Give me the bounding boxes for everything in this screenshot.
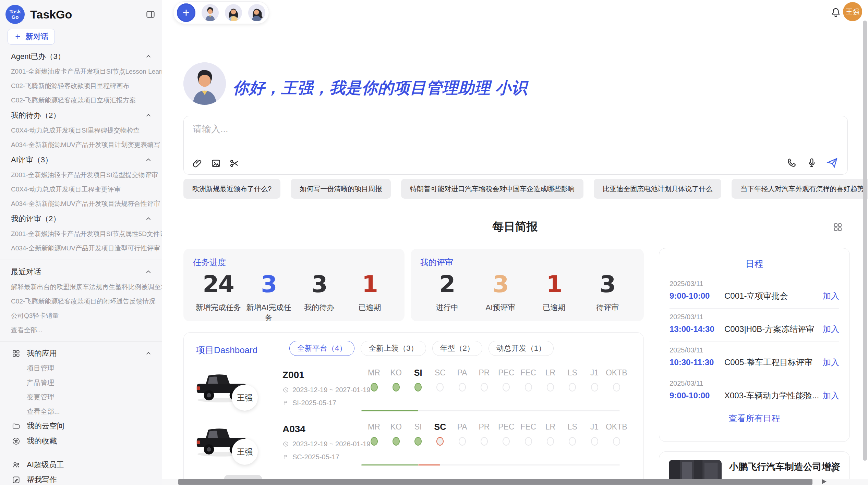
suggestion-chip[interactable]: 欧洲新规最近颁布了什么?: [183, 179, 280, 199]
chevron-up-icon[interactable]: [145, 215, 152, 223]
event-join-link[interactable]: 加入: [823, 290, 839, 301]
project-filter-tab[interactable]: 全新平台（4）: [289, 341, 354, 356]
milestone-dot: [569, 437, 576, 446]
app-sub-item[interactable]: 变更管理: [0, 390, 162, 404]
sidebar-task-item[interactable]: C02-飞腾新能源轻客改款项目里程碑画布: [0, 79, 162, 93]
add-agent-button[interactable]: [177, 3, 195, 22]
milestone-OKTB[interactable]: OKTB: [602, 367, 631, 391]
vertical-scrollbar-thumb[interactable]: [863, 21, 867, 461]
sidebar-tool-write[interactable]: 帮我写作: [0, 472, 162, 485]
sidebar-task-item[interactable]: C02-飞腾新能源轻客改款项目立项汇报方案: [0, 93, 162, 108]
sidebar-task-item[interactable]: A034-全新新能源MUV产品开发项目造型可行性评审: [0, 241, 162, 256]
scroll-right-arrow-icon[interactable]: [822, 479, 827, 484]
chevron-up-icon[interactable]: [145, 268, 152, 276]
paperclip-icon[interactable]: [192, 158, 203, 169]
project-row-A034[interactable]: 王强A0342023-12-19 ~ 2026-01-19SC-2025-05-…: [184, 421, 643, 475]
schedule-event: 2025/03/1113:00-14:30C003|H0B-方案冻结评审加入: [670, 309, 839, 342]
sidebar-section-header-2[interactable]: AI评审（3）: [0, 152, 162, 168]
sidebar-task-item[interactable]: Z001-全新燃油轻卡产品开发项目SI节点属性5D文件评审: [0, 227, 162, 241]
agent-avatar[interactable]: [248, 4, 265, 21]
sidebar-section-header-1[interactable]: 我的待办（2）: [0, 108, 162, 123]
app-sub-item[interactable]: 项目管理: [0, 361, 162, 375]
stat-label: 已逾期: [527, 302, 581, 313]
recent-chats-header[interactable]: 最近对话: [0, 264, 162, 280]
project-filter-tab[interactable]: 动总开发（1）: [489, 341, 554, 356]
sidebar-task-item[interactable]: C0X4-动力总成开发项目SI里程碑提交物检查: [0, 123, 162, 138]
sidebar-item-cloud-folder[interactable]: 我的云空间: [0, 419, 162, 434]
recent-view-all-link[interactable]: 查看全部...: [0, 323, 162, 337]
send-icon[interactable]: [826, 157, 839, 169]
sidebar-task-item[interactable]: A034-全新新能源MUV产品开发项目计划变更表编写: [0, 138, 162, 152]
horizontal-scrollbar-thumb[interactable]: [178, 479, 812, 485]
chat-input[interactable]: [193, 123, 707, 144]
suggestion-chip[interactable]: 特朗普可能对进口汽车增税会对中国车企造成哪些影响: [401, 179, 583, 199]
microphone-icon[interactable]: [806, 157, 817, 168]
event-name: C005-整车工程目标评审: [724, 357, 823, 368]
chevron-up-icon[interactable]: [145, 53, 152, 60]
sidebar-task-item[interactable]: Z001-全新燃油皮卡产品开发项目SI节点Lesson Learn报告: [0, 64, 162, 79]
notification-bell-icon[interactable]: [830, 7, 842, 18]
milestone-dot: [436, 437, 444, 446]
recent-chat-item[interactable]: C02-飞腾新能源轻客改款项目的闭环通告反馈情况: [0, 294, 162, 309]
clock-icon: [282, 387, 289, 393]
chevron-up-icon[interactable]: [145, 112, 152, 119]
scissors-icon[interactable]: [229, 158, 240, 169]
event-join-link[interactable]: 加入: [823, 324, 839, 335]
stat-value: 1: [527, 271, 581, 298]
image-icon[interactable]: [210, 158, 221, 169]
view-all-schedule-link[interactable]: 查看所有日程: [659, 413, 849, 424]
stat-item: 3我的待办: [294, 271, 345, 323]
project-date-range: 2023-12-19 ~ 2026-01-19: [292, 440, 370, 448]
section-title: AI评审（3）: [11, 155, 52, 165]
sidebar-item-star-badge[interactable]: 我的收藏: [0, 434, 162, 449]
sidebar-task-item[interactable]: A034-全新新能源MUV产品开发项目法规符合性评审: [0, 197, 162, 211]
milestone-dot: [481, 437, 488, 446]
phone-icon[interactable]: [786, 157, 797, 168]
sidebar-section-header-3[interactable]: 我的评审（2）: [0, 211, 162, 227]
stat-item: 1已逾期: [345, 271, 395, 323]
section-title: Agent已办（3）: [11, 51, 65, 62]
agent-avatar[interactable]: [202, 4, 219, 21]
milestone-label: OKTB: [602, 367, 631, 378]
milestone-dot: [371, 437, 378, 446]
chevron-up-icon[interactable]: [145, 156, 152, 164]
section-title: 我的待办（2）: [11, 110, 60, 121]
milestone-OKTB[interactable]: OKTB: [602, 421, 631, 446]
event-join-link[interactable]: 加入: [823, 357, 839, 368]
app-title: TaskGo: [30, 8, 145, 21]
my-apps-label: 我的应用: [27, 348, 57, 359]
recent-chat-item[interactable]: 公司Q3轻卡销量: [0, 309, 162, 323]
suggestion-chip[interactable]: 当下年轻人对汽车外观有怎样的喜好趋势: [732, 179, 868, 199]
stat-value: 3: [243, 271, 294, 298]
sidebar-section-header-0[interactable]: Agent已办（3）: [0, 49, 162, 64]
collapse-sidebar-icon[interactable]: [145, 9, 156, 20]
milestone-dot: [393, 383, 400, 391]
sidebar-task-item[interactable]: Z001-全新燃油轻卡产品开发项目SI造型提交物评审: [0, 168, 162, 182]
apps-view-all-link[interactable]: 查看全部...: [0, 404, 162, 419]
recent-chat-item[interactable]: 解释最新出台的欧盟报废车法规再生塑料比例被调至15%...: [0, 280, 162, 294]
project-flag-date: SI-2025-05-17: [282, 399, 336, 407]
agent-avatar[interactable]: [225, 4, 242, 21]
scroll-down-arrow-icon[interactable]: [830, 469, 836, 473]
sidebar-item-my-apps[interactable]: 我的应用: [0, 346, 162, 361]
chevron-up-icon[interactable]: [145, 350, 152, 357]
project-dashboard-card: 项目Dashboard 全新平台（4）全新上装（3）年型（2）动总开发（1） 王…: [183, 332, 644, 485]
event-join-link[interactable]: 加入: [823, 390, 839, 401]
project-filter-tab[interactable]: 年型（2）: [432, 341, 482, 356]
suggestion-chip[interactable]: 比亚迪全固态电池计划具体说了什么: [594, 179, 721, 199]
project-code: A034: [282, 424, 305, 435]
app-sub-item[interactable]: 产品管理: [0, 375, 162, 390]
project-row-Z001[interactable]: 王强Z0012023-12-19 ~ 2027-01-19SI-2025-05-…: [184, 367, 643, 421]
sidebar-task-item[interactable]: C0X4-动力总成开发项目工程变更评审: [0, 182, 162, 197]
plus-icon: [14, 33, 22, 40]
new-chat-button[interactable]: 新对话: [8, 29, 55, 45]
logo-text-bottom: Go: [12, 14, 19, 20]
sidebar-tool-people[interactable]: AI超级员工: [0, 457, 162, 472]
project-flag-date: SC-2025-05-17: [282, 453, 339, 461]
suggestion-chip[interactable]: 如何写一份清晰的项目周报: [291, 179, 391, 199]
plus-icon: [181, 8, 191, 18]
layout-grid-icon[interactable]: [833, 222, 843, 232]
user-avatar[interactable]: 王强: [843, 2, 862, 21]
project-filter-tab[interactable]: 全新上装（3）: [361, 341, 426, 356]
stat-value: 1: [345, 271, 395, 298]
